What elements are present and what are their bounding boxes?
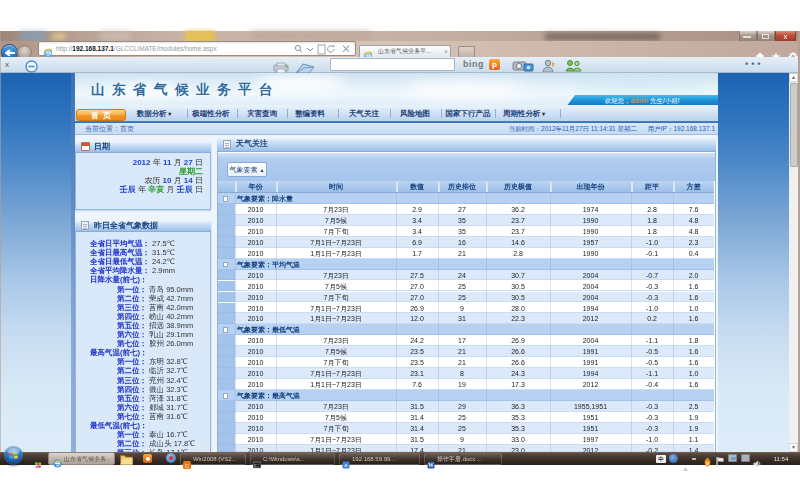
svg-text:C: C: [185, 462, 190, 468]
svg-text:c:: c:: [254, 462, 259, 467]
svg-text:W: W: [428, 462, 434, 468]
